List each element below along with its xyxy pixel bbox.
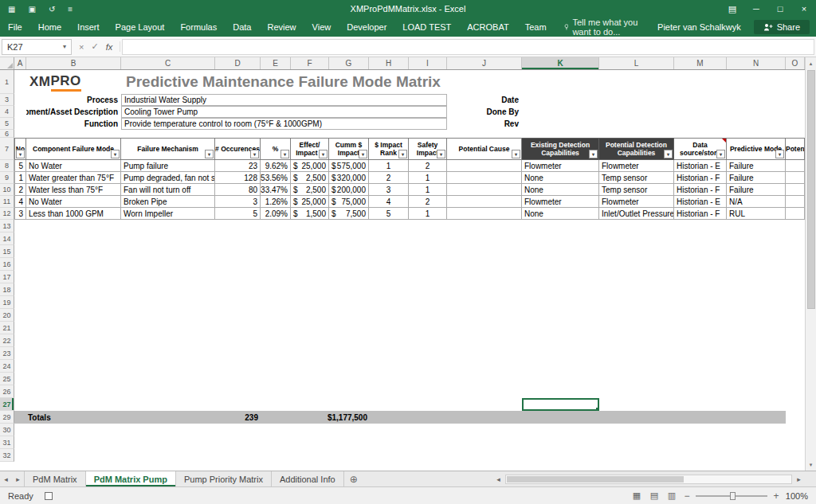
cell-B3[interactable]: Process (26, 94, 121, 106)
ribbon-tab-acrobat[interactable]: ACROBAT (459, 18, 516, 37)
table-header-O[interactable]: Poten (786, 138, 805, 160)
row-header-4[interactable]: 4 (0, 106, 14, 118)
row-header-7[interactable]: 7 (0, 138, 14, 160)
table-header-M[interactable]: Datasource/store▾ (674, 138, 727, 160)
cell-J8[interactable] (447, 160, 522, 172)
cell-B11[interactable]: No Water (26, 196, 121, 208)
cell-J12[interactable] (447, 208, 522, 220)
cell-O11[interactable] (786, 196, 805, 208)
column-header-L[interactable]: L (599, 57, 674, 69)
save-icon[interactable]: ▣ (28, 5, 35, 14)
undo-icon[interactable]: ↺ (49, 5, 55, 14)
cell-B12[interactable]: Less than 1000 GPM (26, 208, 121, 220)
cell-K10[interactable]: None (522, 184, 599, 196)
cell-D11[interactable]: 3 (215, 196, 261, 208)
column-header-B[interactable]: B (26, 57, 121, 69)
cell-G12[interactable]: $7,500 (329, 208, 369, 220)
cell-L9[interactable]: Temp sensor (599, 172, 674, 184)
filter-button-F[interactable]: ▾ (319, 150, 328, 158)
filter-button-L[interactable]: ▾ (664, 150, 673, 158)
row-header-8[interactable]: 8 (0, 160, 14, 172)
row-header-25[interactable]: 25 (0, 373, 14, 385)
page-layout-view-icon[interactable]: ▤ (645, 490, 663, 501)
cell-C3[interactable]: Industrial Water Supply (121, 94, 447, 106)
cell-C5[interactable]: Provide temperature control to room (75°… (121, 118, 447, 130)
cell-E10[interactable]: 33.47% (261, 184, 291, 196)
name-box-dropdown-icon[interactable]: ▾ (58, 43, 71, 50)
sheet-nav-right-icon[interactable]: ▸ (12, 471, 24, 486)
cell-L8[interactable]: Flowmeter (599, 160, 674, 172)
column-header-G[interactable]: G (329, 57, 369, 69)
excel-app-icon[interactable]: ▦ (8, 5, 15, 14)
row-header-22[interactable]: 22 (0, 334, 14, 347)
row-header-30[interactable]: 30 (0, 424, 14, 436)
ribbon-tab-file[interactable]: File (0, 18, 30, 37)
tell-me-box[interactable]: Tell me what you want to do... (555, 18, 658, 37)
table-header-G[interactable]: Cumm $Impact▾ (329, 138, 369, 160)
table-header-D[interactable]: # Occurences▾ (215, 138, 261, 160)
cell-G8[interactable]: $575,000 (329, 160, 369, 172)
row-header-20[interactable]: 20 (0, 309, 14, 322)
cell-A9[interactable]: 1 (14, 172, 26, 184)
horizontal-scroll-thumb[interactable] (507, 476, 684, 483)
cell-N8[interactable]: Failure (727, 160, 786, 172)
ribbon-tab-formulas[interactable]: Formulas (172, 18, 225, 37)
sheet-tab-pump-priority-matrix[interactable]: Pump Priority Matrix (176, 471, 272, 486)
zoom-in-icon[interactable]: + (770, 490, 783, 502)
cell-H8[interactable]: 1 (369, 160, 409, 172)
table-header-E[interactable]: %▾ (261, 138, 291, 160)
cell-C10[interactable]: Fan will not turn off (121, 184, 215, 196)
cell-G10[interactable]: $200,000 (329, 184, 369, 196)
column-header-A[interactable]: A (14, 57, 26, 69)
table-header-L[interactable]: Potential DetectionCapabilities▾ (599, 138, 674, 160)
cell-I8[interactable]: 2 (409, 160, 447, 172)
filter-button-M[interactable]: ▾ (716, 150, 725, 158)
cell-I10[interactable]: 1 (409, 184, 447, 196)
row-header-26[interactable]: 26 (0, 385, 14, 398)
column-header-E[interactable]: E (261, 57, 291, 69)
scroll-right-icon[interactable]: ▸ (793, 475, 805, 483)
filter-button-N[interactable]: ▾ (775, 150, 784, 158)
cell-O10[interactable] (786, 184, 805, 196)
cell-L11[interactable]: Flowmeter (599, 196, 674, 208)
macro-record-icon[interactable] (45, 492, 53, 500)
table-header-B[interactable]: Component Failure Mode▾ (26, 138, 121, 160)
cell-G11[interactable]: $75,000 (329, 196, 369, 208)
cell-I12[interactable]: 1 (409, 208, 447, 220)
cell-H10[interactable]: 3 (369, 184, 409, 196)
cell-N9[interactable]: Failure (727, 172, 786, 184)
table-header-N[interactable]: Predictive Mode▾ (727, 138, 786, 160)
table-header-J[interactable]: Potential Cause▾ (447, 138, 522, 160)
horizontal-scroll-track[interactable] (505, 475, 792, 484)
filter-button-E[interactable]: ▾ (280, 150, 289, 158)
cell-E9[interactable]: 53.56% (261, 172, 291, 184)
new-sheet-button[interactable]: ⊕ (344, 471, 363, 486)
cell-N10[interactable]: Failure (727, 184, 786, 196)
cell-F11[interactable]: $25,000 (291, 196, 329, 208)
row-header-29[interactable]: 29 (0, 411, 14, 424)
cell-L12[interactable]: Inlet/Outlet Pressure (599, 208, 674, 220)
sheet-tab-additional-info[interactable]: Additional Info (272, 471, 344, 486)
xmpro-logo[interactable]: XMPRO (26, 70, 121, 94)
filter-button-H[interactable]: ▾ (398, 150, 407, 158)
ribbon-tab-data[interactable]: Data (225, 18, 259, 37)
cell-J10[interactable] (447, 184, 522, 196)
ribbon-tab-review[interactable]: Review (259, 18, 304, 37)
cell-F10[interactable]: $2,500 (291, 184, 329, 196)
row-header-16[interactable]: 16 (0, 258, 14, 271)
cell-I9[interactable]: 1 (409, 172, 447, 184)
table-header-K[interactable]: Existing DetectionCapabilities▾ (522, 138, 599, 160)
cell-B4[interactable]: Equipment/Asset Description (26, 106, 121, 118)
cell-B5[interactable]: Function (26, 118, 121, 130)
cell-I11[interactable]: 2 (409, 196, 447, 208)
ribbon-tab-page-layout[interactable]: Page Layout (108, 18, 173, 37)
normal-view-icon[interactable]: ▦ (628, 490, 645, 501)
row-header-31[interactable]: 31 (0, 436, 14, 449)
cell-N11[interactable]: N/A (727, 196, 786, 208)
cell-E12[interactable]: 2.09% (261, 208, 291, 220)
row-header-27[interactable]: 27 (0, 398, 14, 411)
table-header-I[interactable]: SafetyImpact▾ (409, 138, 447, 160)
zoom-slider[interactable] (696, 495, 767, 497)
scroll-down-icon[interactable]: ▾ (806, 459, 816, 471)
cell-H11[interactable]: 4 (369, 196, 409, 208)
